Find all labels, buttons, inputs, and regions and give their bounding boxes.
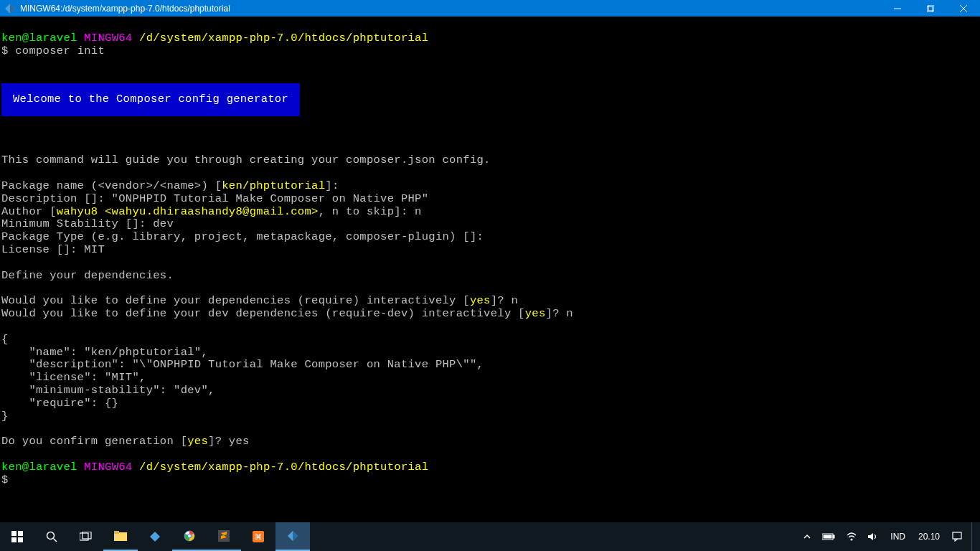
tray-language[interactable]: IND — [887, 532, 908, 542]
package-name-after: ]: — [325, 179, 339, 192]
confirm-post: ]? yes — [208, 435, 250, 448]
taskbar-app-xampp[interactable]: ⌘ — [241, 522, 275, 551]
svg-rect-7 — [11, 531, 17, 536]
svg-rect-28 — [833, 535, 834, 538]
svg-rect-4 — [928, 5, 934, 11]
taskbar-app-sublime[interactable] — [207, 522, 241, 551]
prompt-path: /d/system/xampp-php-7.0/htdocs/phptutori… — [139, 461, 428, 474]
tray-volume-icon[interactable] — [866, 522, 880, 551]
svg-marker-31 — [868, 533, 873, 540]
svg-rect-3 — [927, 6, 933, 12]
svg-rect-9 — [11, 537, 17, 542]
prompt-dollar: $ — [1, 44, 9, 57]
svg-rect-16 — [114, 531, 119, 534]
tray-wifi-icon[interactable] — [844, 522, 859, 551]
require-yes: yes — [470, 294, 491, 307]
command-text: composer init — [15, 44, 105, 57]
terminal-output[interactable]: ken@laravel MINGW64 /d/system/xampp-php-… — [0, 17, 980, 522]
svg-rect-32 — [953, 532, 961, 539]
tray-notifications-icon[interactable] — [950, 522, 964, 551]
json-line: "name": "ken/phptutorial", — [1, 346, 208, 359]
svg-rect-8 — [18, 531, 23, 536]
json-line: "description": "\"ONPHPID Tutorial Make … — [1, 358, 484, 371]
window-title: MINGW64:/d/system/xampp-php-7.0/htdocs/p… — [20, 4, 881, 14]
define-deps-line: Define your dependencies. — [1, 269, 174, 282]
package-name-label: Package name (<vendor>/<name>) [ — [1, 179, 222, 192]
taskbar-app-mingw[interactable] — [275, 522, 310, 551]
package-type-line: Package Type (e.g. library, project, met… — [1, 230, 484, 243]
description-line: Description []: "ONPHPID Tutorial Make C… — [1, 192, 428, 205]
license-line: License []: MIT — [1, 243, 105, 256]
tray-battery-icon[interactable] — [820, 522, 837, 551]
task-view-button[interactable] — [69, 522, 103, 551]
prompt-user: ken@laravel — [1, 461, 77, 474]
taskbar-app-diamond[interactable] — [138, 522, 172, 551]
taskbar-app-chrome[interactable] — [172, 522, 207, 551]
svg-marker-17 — [150, 532, 160, 542]
prompt-shell: MINGW64 — [84, 461, 132, 474]
author-value: wahyu8 <wahyu.dhiraashandy8@gmail.com> — [57, 205, 319, 218]
intro-text: This command will guide you through crea… — [1, 154, 491, 166]
start-button[interactable] — [0, 522, 34, 551]
window-titlebar: MINGW64:/d/system/xampp-php-7.0/htdocs/p… — [0, 0, 980, 17]
prompt-dollar: $ — [1, 474, 9, 486]
search-button[interactable] — [34, 522, 69, 551]
json-line: "require": {} — [1, 397, 118, 410]
package-name-default: ken/phptutorial — [222, 179, 325, 192]
svg-text:⌘: ⌘ — [255, 533, 262, 541]
svg-line-12 — [54, 539, 57, 542]
requiredev-pre: Would you like to define your dev depend… — [1, 307, 525, 320]
json-line: "license": "MIT", — [1, 371, 146, 384]
require-post: ]? n — [491, 294, 518, 307]
svg-point-30 — [851, 539, 852, 540]
requiredev-post: ]? n — [546, 307, 573, 320]
confirm-yes: yes — [187, 435, 208, 448]
author-pre: Author [ — [1, 205, 57, 218]
svg-marker-1 — [10, 4, 15, 14]
prompt-shell: MINGW64 — [84, 32, 132, 44]
author-post: , n to skip]: n — [319, 205, 422, 218]
json-line: } — [1, 410, 9, 423]
svg-rect-29 — [824, 535, 831, 538]
svg-rect-10 — [18, 537, 23, 542]
svg-point-21 — [188, 534, 191, 537]
app-icon — [4, 3, 16, 14]
confirm-pre: Do you confirm generation [ — [1, 435, 187, 448]
prompt-path: /d/system/xampp-php-7.0/htdocs/phptutori… — [139, 32, 428, 44]
taskbar: ⌘ IND 20.10 — [0, 522, 980, 551]
json-line: "minimum-stability": "dev", — [1, 384, 215, 397]
show-desktop-button[interactable] — [971, 522, 976, 551]
maximize-button[interactable] — [914, 0, 947, 17]
svg-point-11 — [47, 532, 55, 540]
minimize-button[interactable] — [881, 0, 914, 17]
taskbar-app-explorer[interactable] — [103, 522, 138, 551]
system-tray: IND 20.10 — [801, 522, 980, 551]
tray-clock[interactable]: 20.10 — [915, 532, 943, 542]
prompt-user: ken@laravel — [1, 32, 77, 44]
svg-marker-26 — [293, 531, 298, 541]
json-line: { — [1, 333, 9, 346]
composer-banner: Welcome to the Composer config generator — [1, 83, 300, 116]
require-pre: Would you like to define your dependenci… — [1, 294, 470, 307]
close-button[interactable] — [947, 0, 980, 17]
min-stability-line: Minimum Stability []: dev — [1, 217, 174, 230]
requiredev-yes: yes — [525, 307, 546, 320]
tray-chevron-up-icon[interactable] — [801, 522, 813, 551]
